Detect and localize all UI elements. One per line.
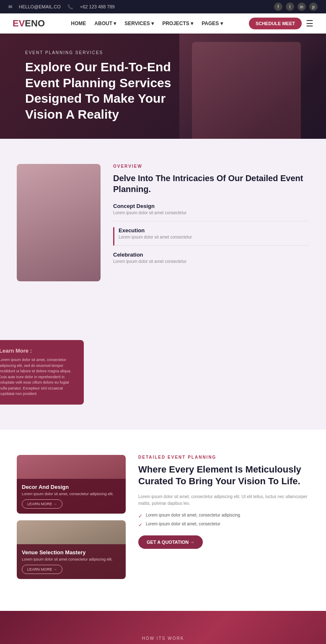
overview-right: OVERVIEW Delve Into The Intricacies Of O…	[113, 164, 309, 275]
check-list: ✓ Lorem ipsum dolor sit amet, consectetu…	[138, 513, 309, 528]
top-bar-left: ✉ HELLO@EMAIL.CO 📞 +62 123 488 789	[8, 4, 115, 10]
card-venue-text: Lorem ipsum dolor sit amet consectetur a…	[22, 557, 121, 561]
nav-about[interactable]: ABOUT ▾	[94, 21, 116, 26]
check-icon-2: ✓	[138, 522, 142, 528]
feature-execution-title: Execution	[119, 227, 309, 234]
check-text-2: Lorem ipsum dolor sit amet, consectetur	[146, 522, 220, 526]
overview-image	[17, 164, 101, 281]
feature-concept-desc: Lorem ipsum dolor sit amet consectetur	[113, 210, 309, 215]
feature-execution-desc: Lorem ipsum dolor sit amet consectetur	[119, 235, 309, 239]
nav-pages[interactable]: PAGES ▾	[202, 21, 223, 26]
detailed-para: Lorem ipsum dolor sit amet, consectetur …	[138, 493, 309, 507]
nav-home[interactable]: HOME	[71, 21, 86, 26]
detailed-label: DETAILED EVENT PLANNING	[138, 455, 309, 460]
overview-box: Learn More : Lorem ipsum dolor sit amet,…	[0, 340, 84, 405]
check-item-1: ✓ Lorem ipsum dolor sit amet, consectetu…	[138, 513, 309, 519]
card-venue-learn-more[interactable]: LEARN MORE →	[22, 565, 62, 574]
navbar: EVENO HOME ABOUT ▾ SERVICES ▾ PROJECTS ▾…	[0, 13, 326, 34]
detailed-right: DETAILED EVENT PLANNING Where Every Elem…	[138, 455, 309, 549]
logo[interactable]: EVENO	[13, 18, 45, 29]
feature-celebration-desc: Lorem ipsum dolor sit amet consectetur	[113, 259, 309, 264]
card-venue-image: Venue Selection Mastery Lorem ipsum dolo…	[17, 520, 126, 579]
pinterest-icon[interactable]: p	[309, 3, 318, 11]
social-links: f t in p	[274, 3, 318, 11]
feature-celebration-title: Celebration	[113, 252, 309, 258]
how-label: HOW ITS WORK	[17, 636, 309, 641]
schedule-meet-button[interactable]: SCHEDULE MEET	[249, 18, 302, 29]
overview-heading: Delve Into The Intricacies Of Our Detail…	[113, 173, 309, 195]
nav-services[interactable]: SERVICES ▾	[124, 21, 154, 26]
card-decor-image: Decor And Design Lorem ipsum dolor sit a…	[17, 455, 126, 514]
phone-number: +62 123 488 789	[80, 4, 115, 9]
overview-box-text: Lorem ipsum dolor sit amet, consectetur …	[0, 357, 76, 397]
facebook-icon[interactable]: f	[274, 3, 282, 11]
how-section: HOW ITS WORK Learn How We Making Every E…	[0, 611, 326, 644]
hero-title: Explore Our End-To-End Event Planning Se…	[25, 59, 201, 122]
top-bar: ✉ HELLO@EMAIL.CO 📞 +62 123 488 789 f t i…	[0, 0, 326, 13]
card-decor-title: Decor And Design	[22, 484, 121, 490]
hero-subtitle: EVENT PLANNING SERVICES	[25, 50, 301, 55]
check-icon-1: ✓	[138, 513, 142, 519]
email-icon: ✉	[8, 4, 12, 10]
twitter-icon[interactable]: t	[286, 3, 294, 11]
detailed-left: Decor And Design Lorem ipsum dolor sit a…	[17, 455, 126, 586]
logo-eno: ENO	[25, 18, 45, 29]
feature-concept-title: Concept Design	[113, 203, 309, 209]
detailed-section: Decor And Design Lorem ipsum dolor sit a…	[0, 430, 326, 611]
instagram-icon[interactable]: in	[298, 3, 306, 11]
nav-projects[interactable]: PROJECTS ▾	[162, 21, 193, 26]
overview-section: Learn More : Lorem ipsum dolor sit amet,…	[0, 139, 326, 430]
overview-label: OVERVIEW	[113, 164, 309, 169]
quotation-button[interactable]: GET A QUOTATION →	[138, 535, 203, 549]
hamburger-icon[interactable]: ☰	[306, 18, 313, 29]
hero-section: EVENT PLANNING SERVICES Explore Our End-…	[0, 34, 326, 139]
card-decor-text: Lorem ipsum dolor sit amet, consectetur …	[22, 492, 121, 496]
phone-icon: 📞	[67, 4, 73, 10]
logo-ev: EV	[13, 18, 25, 29]
overview-box-title: Learn More :	[0, 348, 76, 354]
email-address: HELLO@EMAIL.CO	[19, 4, 61, 9]
check-text-1: Lorem ipsum dolor sit amet, consectetur …	[146, 513, 240, 517]
feature-execution: Execution Lorem ipsum dolor sit amet con…	[113, 227, 309, 246]
feature-celebration: Celebration Lorem ipsum dolor sit amet c…	[113, 252, 309, 270]
feature-concept: Concept Design Lorem ipsum dolor sit ame…	[113, 203, 309, 221]
nav-links: HOME ABOUT ▾ SERVICES ▾ PROJECTS ▾ PAGES…	[71, 21, 223, 26]
card-venue-title: Venue Selection Mastery	[22, 549, 121, 556]
check-item-2: ✓ Lorem ipsum dolor sit amet, consectetu…	[138, 522, 309, 528]
card-decor-learn-more[interactable]: LEARN MORE →	[22, 499, 62, 509]
detailed-heading: Where Every Element Is Meticulously Cura…	[138, 464, 309, 488]
